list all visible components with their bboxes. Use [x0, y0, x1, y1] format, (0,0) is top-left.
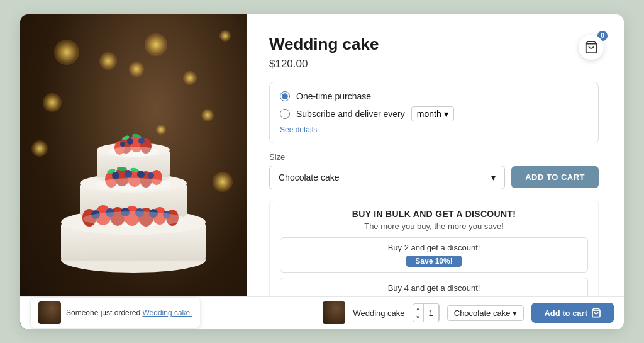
- bottom-add-to-cart-button[interactable]: Add to cart: [531, 303, 614, 323]
- chevron-down-icon: ▾: [513, 308, 517, 318]
- notification-toast: Someone just ordered Wedding cake.: [30, 297, 201, 329]
- cart-button[interactable]: [579, 35, 604, 60]
- page-container: 0 Wedding cake $120.00 One-time p: [0, 0, 644, 343]
- product-image: [20, 14, 247, 329]
- product-card: 0 Wedding cake $120.00 One-time p: [20, 14, 624, 329]
- bulk-option-1[interactable]: Buy 2 and get a discount! Save 10%!: [280, 237, 588, 273]
- add-to-cart-button[interactable]: ADD TO CART: [511, 166, 599, 188]
- subscribe-option: Subscribe and deliver every month ▾: [280, 106, 588, 121]
- subscribe-interval-value: month: [417, 109, 441, 119]
- qty-arrows: ▲ ▼: [413, 304, 423, 322]
- size-label: Size: [269, 152, 599, 162]
- svg-point-24: [125, 170, 132, 177]
- chevron-down-icon: ▾: [444, 109, 448, 119]
- cart-icon-bottom: [591, 308, 601, 318]
- svg-point-26: [148, 172, 154, 179]
- qty-value: 1: [423, 304, 439, 322]
- product-title: Wedding cake: [269, 35, 599, 54]
- bulk-subtitle: The more you buy, the more you save!: [280, 222, 588, 231]
- product-details: 0 Wedding cake $120.00 One-time p: [247, 14, 624, 329]
- bottom-product-thumb: [323, 301, 345, 324]
- subscribe-interval-dropdown[interactable]: month ▾: [411, 106, 454, 121]
- bulk-option-1-text: Buy 2 and get a discount!: [288, 243, 580, 252]
- bulk-save-badge-1: Save 10%!: [406, 256, 461, 267]
- qty-up-button[interactable]: ▲: [413, 304, 423, 313]
- subscribe-radio[interactable]: [280, 109, 290, 119]
- bottom-size-value: Chocolate cake: [454, 308, 511, 318]
- purchase-options: One-time purchase Subscribe and deliver …: [269, 82, 599, 143]
- svg-point-15: [120, 142, 125, 147]
- see-details-link[interactable]: See details: [280, 125, 588, 134]
- product-price: $120.00: [269, 58, 599, 70]
- size-add-row: Chocolate cake ▾ ADD TO CART: [269, 166, 599, 189]
- chevron-down-icon: ▾: [491, 172, 496, 183]
- svg-point-43: [108, 147, 158, 157]
- size-section: Size Chocolate cake ▾ ADD TO CART: [269, 152, 599, 189]
- qty-down-button[interactable]: ▼: [413, 313, 423, 322]
- toast-thumbnail: [38, 301, 61, 324]
- quantity-control[interactable]: ▲ ▼ 1: [413, 303, 440, 322]
- bulk-option-2-text: Buy 4 and get a discount!: [288, 283, 580, 293]
- cart-icon-area[interactable]: 0: [587, 25, 614, 51]
- cart-icon: [584, 40, 598, 54]
- svg-point-44: [96, 178, 171, 191]
- toast-product-link[interactable]: Wedding cake.: [142, 308, 192, 317]
- svg-point-25: [137, 171, 145, 178]
- svg-point-45: [83, 211, 184, 227]
- one-time-label[interactable]: One-time purchase: [296, 91, 371, 101]
- size-dropdown[interactable]: Chocolate cake ▾: [269, 166, 505, 189]
- bulk-title: BUY IN BULK AND GET A DISCOUNT!: [280, 209, 588, 219]
- one-time-radio[interactable]: [280, 91, 290, 101]
- subscribe-label: Subscribe and deliver every: [296, 109, 405, 119]
- toast-text: Someone just ordered Wedding cake.: [66, 308, 192, 317]
- svg-point-14: [138, 138, 145, 144]
- toast-static-text: Someone just ordered: [66, 308, 140, 317]
- size-selected-value: Chocolate cake: [279, 172, 340, 183]
- bottom-size-dropdown[interactable]: Chocolate cake ▾: [447, 305, 525, 321]
- bottom-add-cart-label: Add to cart: [544, 308, 587, 318]
- product-image-section: [20, 14, 247, 329]
- svg-point-13: [127, 138, 133, 145]
- svg-point-23: [112, 172, 119, 179]
- bottom-bar: Someone just ordered Wedding cake. Weddi…: [20, 296, 624, 329]
- bottom-product-name: Wedding cake: [353, 308, 404, 318]
- one-time-option: One-time purchase: [280, 91, 588, 101]
- cake-svg: [20, 40, 247, 329]
